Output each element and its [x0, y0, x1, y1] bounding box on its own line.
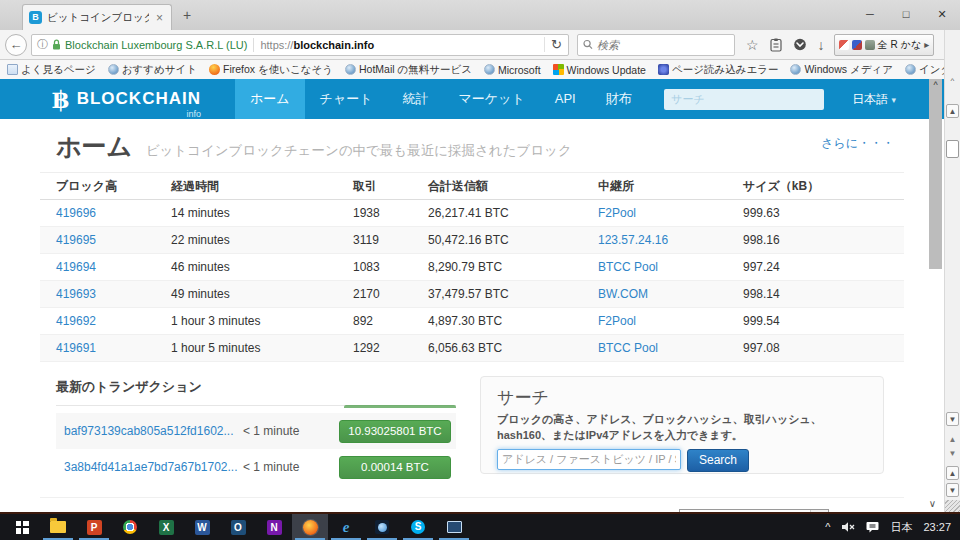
word-icon: W — [195, 520, 210, 535]
relayer-link[interactable]: BTCC Pool — [598, 341, 743, 355]
minimize-button[interactable]: ─ — [852, 0, 888, 28]
action-center-icon[interactable] — [866, 521, 879, 533]
table-row: 419696 14 minutes 1938 26,217.41 BTC F2P… — [40, 200, 904, 227]
desktop: B ビットコインブロックエクスプロー... × + ─ □ ✕ ← ⓘ Bloc… — [0, 0, 960, 540]
bookmark-item[interactable]: ページ読み込みエラー — [658, 63, 778, 77]
ime-mode-roman[interactable]: R — [891, 39, 898, 50]
close-button[interactable]: ✕ — [924, 0, 960, 28]
taskbar-explorer[interactable] — [40, 514, 76, 540]
ime-expand-icon[interactable]: ▸ — [924, 39, 929, 50]
scroll-down-button-2[interactable]: ▼ — [946, 483, 959, 497]
transaction-amount-button[interactable]: 10.93025801 BTC — [339, 420, 451, 443]
language-select[interactable]: 日本語 ▾ — [852, 91, 896, 108]
block-height-link[interactable]: 419693 — [56, 287, 171, 301]
ime-keyboard-icon[interactable] — [852, 40, 862, 50]
bookmark-item[interactable]: おすすめサイト — [108, 63, 197, 77]
resize-grip[interactable] — [945, 500, 960, 512]
page-info-icon[interactable]: ⓘ — [37, 37, 48, 52]
search-button[interactable]: Search — [687, 449, 749, 472]
browser-search-box[interactable] — [577, 34, 735, 56]
nav-stats[interactable]: 統計 — [388, 79, 444, 119]
taskbar-ie[interactable]: e — [328, 514, 364, 540]
taskbar-firefox[interactable] — [292, 514, 328, 540]
transaction-hash-link[interactable]: baf973139cab805a512fd1602... — [64, 424, 243, 438]
scroll-up-button-2[interactable]: ▲ — [946, 466, 959, 480]
taskbar-word[interactable]: W — [184, 514, 220, 540]
bookmark-item[interactable]: Windows メディア — [790, 63, 893, 77]
ime-mode-kana[interactable]: かな — [901, 38, 921, 52]
currency-select[interactable]: Bitcoin ∨ — [679, 509, 829, 512]
scrollbar-thumb[interactable] — [946, 140, 959, 158]
blockchain-logo[interactable]: ฿ BLOCKCHAINinfo — [52, 85, 201, 114]
site-identity-label[interactable]: Blockchain Luxembourg S.A.R.L (LU) — [65, 39, 247, 51]
back-button[interactable]: ← — [5, 34, 27, 56]
block-height-link[interactable]: 419696 — [56, 206, 171, 220]
browser-search-input[interactable] — [597, 39, 729, 51]
relayer-link[interactable]: 123.57.24.16 — [598, 233, 743, 247]
clock[interactable]: 23:27 — [923, 521, 951, 533]
nav-home[interactable]: ホーム — [235, 79, 305, 119]
more-link[interactable]: さらに・・・ — [821, 135, 894, 152]
windows-icon — [553, 64, 564, 75]
new-tab-button[interactable]: + — [183, 7, 191, 23]
window-controls: ─ □ ✕ — [852, 0, 960, 28]
scroll-down-button[interactable]: ▼ — [946, 412, 959, 426]
ime-language-bar[interactable]: 全 R かな ▸ — [834, 34, 935, 56]
ime-indicator[interactable]: 日本 — [890, 520, 912, 535]
scroll-top-icon[interactable]: ^ — [929, 79, 942, 91]
nav-charts[interactable]: チャート — [305, 79, 388, 119]
bookmark-item[interactable]: よく見るページ — [7, 63, 96, 77]
transaction-hash-link[interactable]: 3a8b4fd41a1ae7bd7a67b1702... — [64, 460, 243, 474]
volume-muted-icon[interactable] — [841, 521, 855, 533]
download-icon[interactable]: ↓ — [818, 37, 825, 53]
scroll-to-bottom-icon[interactable]: ▼ — [946, 449, 959, 458]
transaction-amount-button[interactable]: 0.00014 BTC — [339, 456, 451, 479]
taskbar-window-app[interactable] — [436, 514, 472, 540]
block-height-link[interactable]: 419695 — [56, 233, 171, 247]
bookmark-star-icon[interactable]: ☆ — [746, 37, 759, 53]
nav-api[interactable]: API — [540, 79, 591, 119]
bookmark-item[interactable]: Firefox を使いこなそう — [209, 63, 333, 77]
browser-scrollbar[interactable]: ^ ▲ ▼ ▲ ▼ ▲ ▼ — [944, 30, 960, 512]
page-scrollbar[interactable]: ^ — [929, 79, 942, 269]
taskbar-excel[interactable]: X — [148, 514, 184, 540]
nav-wallet[interactable]: 財布 — [591, 79, 647, 119]
taskbar-skype[interactable]: S — [400, 514, 436, 540]
ime-tool-icon[interactable] — [839, 40, 849, 50]
bookmark-item[interactable]: HotMail の無料サービス — [345, 63, 472, 77]
start-button[interactable] — [4, 514, 40, 540]
block-height-link[interactable]: 419692 — [56, 314, 171, 328]
reload-icon[interactable]: ↻ — [544, 37, 568, 52]
tab-close-icon[interactable]: × — [154, 11, 165, 25]
taskbar-outlook[interactable]: O — [220, 514, 256, 540]
taskbar-chrome[interactable] — [112, 514, 148, 540]
bookmark-item[interactable]: Microsoft — [484, 64, 541, 76]
taskbar-media-app[interactable] — [364, 514, 400, 540]
taskbar-onenote[interactable]: N — [256, 514, 292, 540]
scroll-up-button[interactable]: ▲ — [946, 104, 959, 118]
bookmark-item[interactable]: Windows Update — [553, 64, 646, 76]
blockchain-search-input[interactable] — [497, 449, 681, 470]
relayer-link[interactable]: BTCC Pool — [598, 260, 743, 274]
pocket-icon[interactable] — [793, 38, 807, 51]
maximize-button[interactable]: □ — [888, 0, 924, 28]
chevron-down-icon: ▾ — [891, 95, 896, 105]
scroll-to-top-icon[interactable]: ▲ — [946, 435, 959, 444]
ime-mode-full[interactable]: 全 — [878, 38, 888, 52]
nav-markets[interactable]: マーケット — [444, 79, 540, 119]
ime-options-icon[interactable] — [865, 40, 875, 50]
relayer-link[interactable]: F2Pool — [598, 206, 743, 220]
site-header: ฿ BLOCKCHAINinfo ホーム チャート 統計 マーケット API 財… — [0, 79, 944, 119]
bookmarks-menu-icon[interactable] — [770, 38, 782, 52]
block-height-link[interactable]: 419694 — [56, 260, 171, 274]
tray-expand-icon[interactable]: ^ — [825, 521, 830, 533]
relayer-link[interactable]: F2Pool — [598, 314, 743, 328]
relayer-link[interactable]: BW.COM — [598, 287, 743, 301]
taskbar-powerpoint[interactable]: P — [76, 514, 112, 540]
block-height-link[interactable]: 419691 — [56, 341, 171, 355]
outlook-icon: O — [231, 520, 246, 535]
search-panel-description: ブロックの高さ、アドレス、ブロックハッシュ、取引ハッシュ、hash160、または… — [497, 412, 867, 444]
url-bar[interactable]: ⓘ Blockchain Luxembourg S.A.R.L (LU) htt… — [31, 34, 569, 56]
browser-tab[interactable]: B ビットコインブロックエクスプロー... × — [22, 4, 172, 30]
site-search-input[interactable] — [664, 89, 824, 110]
